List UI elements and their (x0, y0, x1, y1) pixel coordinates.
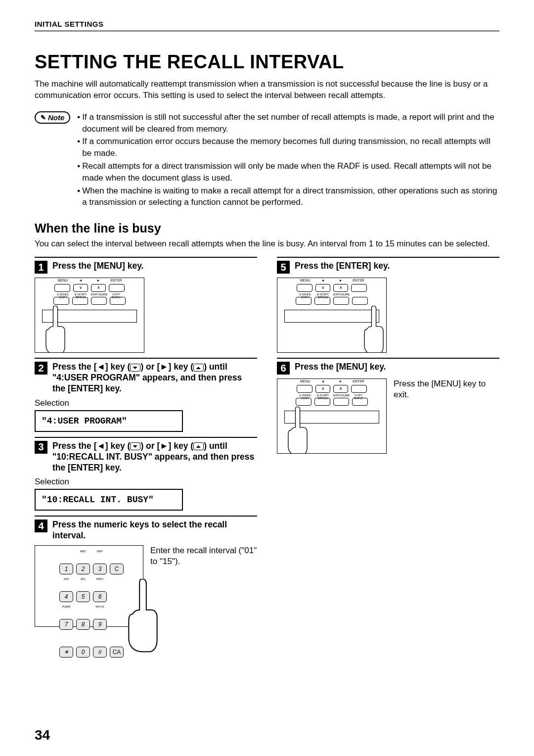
step-number: 4 (35, 520, 47, 532)
note-block: ✎Note •If a transmission is still not su… (35, 111, 499, 209)
pencil-icon: ✎ (41, 114, 46, 121)
step-body: Enter the recall interval ("01" to "15")… (150, 545, 257, 567)
step-number: 3 (35, 441, 47, 454)
pointing-hand-icon (362, 306, 385, 353)
intro-text: The machine will automatically reattempt… (35, 79, 499, 101)
step-number: 2 (35, 362, 47, 375)
step-3: 3 Press the [◄] key (⏷) or [►] key (⏶) u… (35, 437, 257, 511)
control-panel-diagram: MENU◄►ENTER ∨∧ 2-SIDED COPYE-SORT/ SP.FU… (277, 278, 387, 353)
section-heading: When the line is busy (35, 221, 499, 236)
selection-label: Selection (35, 398, 257, 408)
step-number: 5 (277, 261, 290, 274)
lcd-display: "10:RECALL INT. BUSY" (35, 489, 183, 511)
note-item: When the machine is waiting to make a re… (82, 185, 499, 209)
step-title: Press the [ENTER] key. (295, 261, 390, 272)
step-title: Press the [◄] key (⏷) or [►] key (⏶) unt… (52, 362, 257, 394)
right-column: 5 Press the [ENTER] key. MENU◄►ENTER ∨∧ … (277, 257, 499, 632)
step-4: 4 Press the numeric keys to select the r… (35, 516, 257, 627)
note-item: If a transmission is still not successfu… (82, 111, 499, 135)
selection-label: Selection (35, 477, 257, 487)
note-item: If a communication error occurs because … (82, 136, 499, 159)
step-title: Press the [MENU] key. (52, 261, 143, 272)
step-title: Press the numeric keys to select the rec… (52, 520, 257, 541)
left-key-icon: ⏷ (130, 364, 140, 372)
page-number: 34 (35, 727, 50, 743)
left-column: 1 Press the [MENU] key. MENU◄►ENTER ∨∧ 2… (35, 257, 257, 632)
pointing-hand-icon (44, 306, 67, 353)
pointing-hand-icon (69, 579, 90, 628)
right-key-icon: ⏶ (193, 442, 204, 450)
step-number: 6 (277, 362, 290, 375)
step-body: Press the [MENU] key to exit. (394, 378, 499, 400)
control-panel-diagram: MENU◄►ENTER ∨∧ 2-SIDED COPYE-SORT/ SP.FU… (35, 278, 144, 353)
numeric-keypad-diagram: ABCDEF 123C GHIJKLMNO 456 PQRSWXYZ 789 ✶… (35, 545, 143, 627)
lcd-display: "4:USER PROGRAM" (35, 410, 183, 432)
note-label: Note (48, 113, 64, 122)
note-item: Recall attempts for a direct transmissio… (82, 160, 499, 184)
page-title: SETTING THE RECALL INTERVAL (35, 51, 499, 73)
step-5: 5 Press the [ENTER] key. MENU◄►ENTER ∨∧ … (277, 257, 499, 353)
step-2: 2 Press the [◄] key (⏷) or [►] key (⏶) u… (35, 358, 257, 432)
step-title: Press the [◄] key (⏷) or [►] key (⏶) unt… (52, 441, 257, 473)
step-title: Press the [MENU] key. (295, 362, 386, 373)
breadcrumb: INITIAL SETTINGS (35, 20, 499, 32)
left-key-icon: ⏷ (130, 442, 140, 450)
pointing-hand-icon (286, 407, 309, 454)
step-6: 6 Press the [MENU] key. MENU◄►ENTER ∨∧ 2… (277, 358, 499, 454)
note-list: •If a transmission is still not successf… (77, 111, 499, 209)
manual-page: INITIAL SETTINGS SETTING THE RECALL INTE… (0, 0, 534, 756)
section-intro: You can select the interval between reca… (35, 238, 499, 250)
control-panel-diagram: MENU◄►ENTER ∨∧ 2-SIDED COPYE-SORT/ SP.FU… (277, 378, 387, 454)
step-1: 1 Press the [MENU] key. MENU◄►ENTER ∨∧ 2… (35, 257, 257, 353)
step-number: 1 (35, 261, 47, 274)
note-pill: ✎Note (35, 111, 70, 124)
right-key-icon: ⏶ (193, 364, 204, 372)
